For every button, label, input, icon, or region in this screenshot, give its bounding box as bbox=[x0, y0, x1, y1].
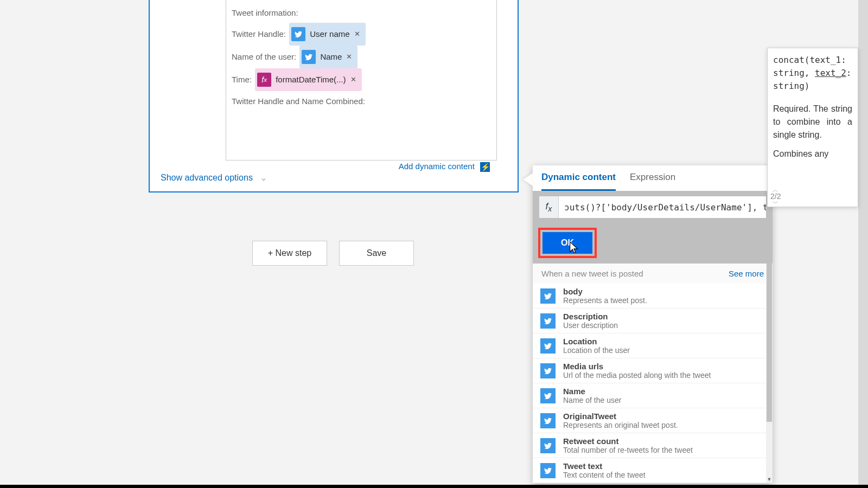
tab-dynamic-content-label: Dynamic content bbox=[541, 172, 616, 182]
new-step-label: + New step bbox=[268, 248, 311, 258]
chevron-down-icon[interactable]: ﹀ bbox=[770, 201, 781, 205]
dc-item-text: OriginalTweetRepresents an original twee… bbox=[563, 412, 678, 429]
dc-item-desc: Text content of the tweet bbox=[563, 471, 646, 479]
tab-expression-label: Expression bbox=[630, 172, 675, 182]
token-formatdatetime-label: formatDateTime(...) bbox=[276, 70, 346, 89]
dc-item-desc: Represents an original tweet post. bbox=[563, 421, 678, 429]
ok-button-label: OK bbox=[561, 238, 574, 248]
tutorial-highlight: OK bbox=[538, 228, 597, 258]
twitter-icon bbox=[302, 50, 316, 64]
token-formatdatetime[interactable]: fx formatDateTime(...) ✕ bbox=[255, 68, 361, 91]
token-remove-icon[interactable]: ✕ bbox=[346, 47, 352, 67]
field-name-label: Name of the user: bbox=[232, 52, 298, 61]
dc-item-text: DescriptionUser description bbox=[563, 312, 618, 330]
dc-item[interactable]: Tweet textText content of the tweet bbox=[533, 458, 773, 483]
dc-item-title: body bbox=[563, 287, 647, 296]
see-more-link[interactable]: See more bbox=[729, 269, 764, 278]
twitter-icon bbox=[540, 338, 556, 354]
token-user-name-label: User name bbox=[310, 24, 349, 44]
twitter-icon bbox=[540, 413, 556, 428]
dc-item-desc: Total number of re-tweets for the tweet bbox=[563, 446, 693, 454]
token-remove-icon[interactable]: ✕ bbox=[354, 24, 360, 44]
add-dynamic-content-link[interactable]: Add dynamic content ⚡ bbox=[399, 157, 490, 176]
tab-dynamic-content[interactable]: Dynamic content bbox=[541, 172, 616, 191]
dc-scrollbar[interactable]: ▲ ▼ bbox=[766, 264, 773, 483]
dc-group-header: When a new tweet is posted See more bbox=[533, 264, 773, 284]
expression-input[interactable]: fx ɔuts()?['body/UserDetails/UserName'],… bbox=[539, 196, 766, 218]
token-remove-icon[interactable]: ✕ bbox=[350, 70, 356, 89]
dc-item-text: NameName of the user bbox=[563, 387, 621, 404]
dc-item-title: Location bbox=[563, 337, 630, 346]
chevron-up-icon[interactable]: ︿ bbox=[770, 188, 781, 192]
token-user-name[interactable]: User name ✕ bbox=[289, 23, 365, 46]
field-combined-label: Twitter Handle and Name Combined: bbox=[232, 97, 365, 106]
new-step-button[interactable]: + New step bbox=[252, 241, 327, 266]
overload-pager[interactable]: ︿ 2/2 ﹀ bbox=[770, 188, 781, 205]
dc-item-text: Media urlsUrl of the media posted along … bbox=[563, 362, 711, 380]
token-name-label: Name bbox=[320, 47, 342, 67]
dc-item-text: bodyRepresents a tweet post. bbox=[563, 287, 647, 305]
dc-item[interactable]: LocationLocation of the user bbox=[533, 333, 773, 358]
save-button[interactable]: Save bbox=[339, 241, 414, 266]
token-name[interactable]: Name ✕ bbox=[299, 46, 358, 68]
add-dynamic-content-label: Add dynamic content bbox=[399, 162, 475, 171]
dc-item-title: Name bbox=[563, 387, 621, 396]
twitter-icon bbox=[540, 438, 556, 453]
dc-item-desc: Url of the media posted along with the t… bbox=[563, 371, 711, 380]
function-signature: concat(text_1: string, text_2: string) bbox=[773, 54, 852, 93]
action-card: Tweet information: Twitter Handle: User … bbox=[149, 0, 519, 192]
page-bottom-bar bbox=[0, 485, 868, 488]
twitter-icon bbox=[540, 313, 556, 329]
save-label: Save bbox=[367, 248, 386, 258]
dc-item-desc: User description bbox=[563, 321, 618, 330]
lightning-icon: ⚡ bbox=[480, 162, 490, 172]
dc-item-desc: Location of the user bbox=[563, 346, 630, 355]
tweet-info-label: Tweet information: bbox=[232, 8, 298, 17]
expression-input-text: ɔuts()?['body/UserDetails/UserName'], tr… bbox=[559, 202, 766, 213]
dc-item[interactable]: bodyRepresents a tweet post. bbox=[533, 284, 773, 309]
fx-icon: fx bbox=[539, 196, 559, 218]
dc-group-title: When a new tweet is posted bbox=[541, 269, 643, 278]
field-handle-label: Twitter Handle: bbox=[232, 29, 288, 38]
dc-item-title: Description bbox=[563, 312, 618, 321]
field-time-label: Time: bbox=[232, 75, 254, 84]
fx-icon: fx bbox=[257, 73, 271, 87]
dc-item-title: Retweet count bbox=[563, 436, 693, 446]
sig-current-param: text_2 bbox=[815, 68, 846, 78]
dc-item-title: Tweet text bbox=[563, 461, 646, 471]
param-description: Required. The string to combine into a s… bbox=[773, 102, 852, 142]
intellisense-tooltip: concat(text_1: string, text_2: string) R… bbox=[767, 48, 858, 207]
chevron-down-icon: ⌵ bbox=[261, 174, 266, 182]
dc-item-text: Retweet countTotal number of re-tweets f… bbox=[563, 436, 693, 454]
ok-button[interactable]: OK bbox=[542, 232, 592, 254]
twitter-icon bbox=[540, 463, 556, 478]
dc-item[interactable]: Retweet countTotal number of re-tweets f… bbox=[533, 433, 773, 458]
dc-item-title: Media urls bbox=[563, 362, 711, 371]
dc-item-text: Tweet textText content of the tweet bbox=[563, 461, 646, 479]
scrollbar-thumb[interactable] bbox=[767, 264, 772, 422]
dc-item[interactable]: DescriptionUser description bbox=[533, 309, 773, 333]
callout-arrow-icon bbox=[523, 173, 533, 186]
twitter-icon bbox=[291, 27, 305, 41]
scroll-down-icon[interactable]: ▼ bbox=[766, 476, 773, 483]
twitter-icon bbox=[540, 388, 556, 403]
dc-item-desc: Represents a tweet post. bbox=[563, 296, 647, 305]
tab-expression[interactable]: Expression bbox=[630, 172, 675, 191]
dc-item[interactable]: OriginalTweetRepresents an original twee… bbox=[533, 408, 773, 433]
dc-item-text: LocationLocation of the user bbox=[563, 337, 630, 355]
dc-tabs: Dynamic content Expression bbox=[533, 165, 773, 191]
function-summary: Combines any bbox=[773, 149, 852, 159]
dc-results-list: When a new tweet is posted See more body… bbox=[533, 264, 773, 483]
twitter-icon bbox=[540, 288, 556, 304]
page-right-gutter bbox=[858, 0, 868, 485]
show-advanced-options-label: Show advanced options bbox=[161, 173, 253, 182]
dc-item-desc: Name of the user bbox=[563, 396, 621, 404]
expression-editor-bar: fx ɔuts()?['body/UserDetails/UserName'],… bbox=[533, 191, 773, 224]
footer-buttons: + New step Save bbox=[252, 241, 414, 266]
dc-item[interactable]: Media urlsUrl of the media posted along … bbox=[533, 358, 773, 383]
twitter-icon bbox=[540, 363, 556, 378]
dc-item[interactable]: NameName of the user bbox=[533, 383, 773, 408]
dc-item-title: OriginalTweet bbox=[563, 412, 678, 421]
dynamic-content-panel: Dynamic content Expression fx ɔuts()?['b… bbox=[533, 165, 773, 483]
message-body-textarea[interactable]: Tweet information: Twitter Handle: User … bbox=[226, 0, 497, 160]
